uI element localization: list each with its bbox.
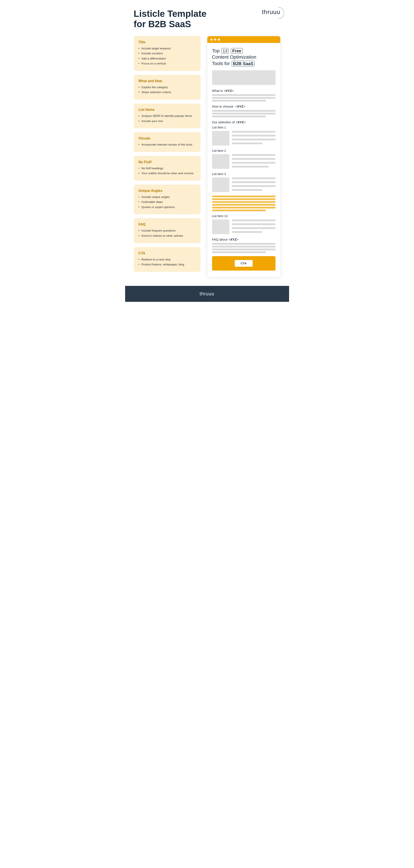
browser-dot-3	[218, 38, 220, 41]
page-header: Listicle Template for B2B SaaS thruuu	[125, 0, 289, 34]
list-item-label-3: List Item 3	[212, 172, 275, 176]
list-item-label-13: List Item 13	[212, 214, 275, 218]
card-no-fluff: No Fluff No fluff headings Your outline …	[134, 156, 201, 181]
cta-button[interactable]: CTA	[235, 260, 253, 267]
text-line	[232, 131, 275, 133]
orange-line	[212, 198, 275, 200]
selection-xyz: XYZ	[237, 120, 243, 124]
article-tools-text: Tools for	[212, 61, 231, 66]
card-list-items-list: Analyze SERP to identify popular items I…	[139, 114, 196, 123]
list-item-13-content	[212, 219, 275, 234]
card-unique-angles: Unique Angles Include unique angles Acti…	[134, 185, 201, 215]
list-item-2-content	[212, 154, 275, 169]
text-line	[212, 100, 266, 101]
article-audience: B2B SaaS	[232, 61, 255, 66]
card-list-items-label: List Items	[139, 108, 196, 112]
text-line	[232, 178, 275, 179]
how-to-xyz: XYZ	[237, 104, 243, 108]
text-line	[212, 113, 275, 115]
list-item-13-lines	[232, 219, 275, 234]
orange-line	[212, 207, 275, 209]
list-item-section-13: List Item 13	[212, 214, 275, 234]
text-line	[232, 162, 275, 164]
text-line	[232, 154, 275, 156]
card-what-and-how-label: What and How	[139, 79, 196, 83]
browser-bar	[207, 36, 280, 43]
card-cta: CTA Redirect to a next step Product feat…	[134, 247, 201, 272]
browser-content: Top 13 Free Content Optimization Tools f…	[207, 43, 280, 277]
list-item-2-lines	[232, 154, 275, 169]
card-cta-list: Redirect to a next step Product feature,…	[139, 257, 196, 267]
text-line	[232, 185, 275, 187]
unique-angles-visual	[212, 195, 275, 211]
card-visuals-label: Visuals	[139, 136, 196, 141]
list-item-1-content	[212, 131, 275, 146]
list-item: Include your tool	[139, 119, 196, 123]
text-line	[232, 181, 275, 183]
list-item: Explain the category	[139, 85, 196, 90]
text-line	[212, 97, 275, 99]
faq-text-lines	[212, 243, 275, 253]
orange-line	[212, 195, 275, 197]
text-line	[232, 231, 262, 233]
browser-preview: Top 13 Free Content Optimization Tools f…	[207, 36, 280, 277]
brand-logo: thruuu	[262, 9, 280, 16]
card-title: Title Include target keyword Include num…	[134, 36, 201, 71]
list-item: Quotes or expert opinions	[139, 205, 196, 209]
list-item-label-2: List Item 2	[212, 149, 275, 152]
article-heading: Top 13 Free Content Optimization Tools f…	[212, 48, 275, 67]
article-number: 13	[221, 48, 229, 54]
browser-dot-1	[210, 38, 213, 41]
list-item: Add a differentiator	[139, 57, 196, 61]
text-line	[232, 166, 269, 167]
what-is-text-lines	[212, 94, 275, 101]
text-line	[232, 138, 275, 141]
list-item: Include numbers	[139, 51, 196, 56]
orange-line	[212, 210, 266, 211]
card-no-fluff-list: No fluff headings Your outline should be…	[139, 166, 196, 176]
article-prefix: Top	[212, 48, 221, 54]
list-item: Include frequent questions	[139, 228, 196, 233]
how-to-text-lines	[212, 110, 275, 117]
list-item: Actionable steps	[139, 200, 196, 204]
what-is-heading: What is <XYZ>	[212, 89, 275, 92]
list-item: Redirect to a next step	[139, 257, 196, 262]
list-item: Include target keyword	[139, 46, 196, 51]
card-what-and-how-list: Explain the category Share selection cri…	[139, 85, 196, 94]
what-is-xyz: XYZ	[226, 89, 232, 92]
text-line	[232, 219, 275, 221]
list-item-section-2: List Item 2	[212, 149, 275, 169]
list-item-section-3: List Item 3	[212, 172, 275, 192]
text-line	[232, 158, 275, 160]
how-to-choose-heading: How to choose <XYZ>	[212, 104, 275, 108]
text-line	[232, 135, 275, 136]
text-line	[212, 243, 275, 245]
hero-image-placeholder	[212, 70, 275, 85]
list-item-13-image	[212, 219, 229, 234]
card-what-and-how: What and How Explain the category Share …	[134, 75, 201, 100]
page-title: Listicle Template for B2B SaaS	[134, 9, 207, 30]
text-line	[212, 251, 266, 253]
text-line	[212, 249, 275, 250]
list-item: Include unique angles	[139, 195, 196, 199]
our-selection-heading: Our selection of <XYZ>	[212, 120, 275, 124]
list-item-1-image	[212, 131, 229, 146]
footer-brand: thruuu	[200, 291, 214, 297]
card-cta-label: CTA	[139, 251, 196, 255]
list-item: Product feature, whitepaper, blog	[139, 262, 196, 267]
list-item: Focus on a vertical	[139, 61, 196, 66]
faq-xyz: XYZ	[230, 238, 236, 241]
browser-dot-2	[214, 38, 216, 41]
list-item-1-lines	[232, 131, 275, 146]
list-item: Incorporate relevant visuals of the tool…	[139, 143, 196, 147]
card-list-items: List Items Analyze SERP to identify popu…	[134, 103, 201, 128]
left-column: Title Include target keyword Include num…	[134, 36, 201, 277]
list-item-3-content	[212, 178, 275, 192]
card-faq-list: Include frequent questions Good to redir…	[139, 228, 196, 238]
cta-block: CTA	[212, 256, 275, 271]
page-footer: thruuu	[125, 286, 289, 302]
card-visuals-list: Incorporate relevant visuals of the tool…	[139, 143, 196, 147]
article-free: Free	[231, 48, 242, 54]
article-main-text: Content Optimization	[212, 54, 256, 60]
list-item: Your outline should be clear and concise	[139, 171, 196, 176]
